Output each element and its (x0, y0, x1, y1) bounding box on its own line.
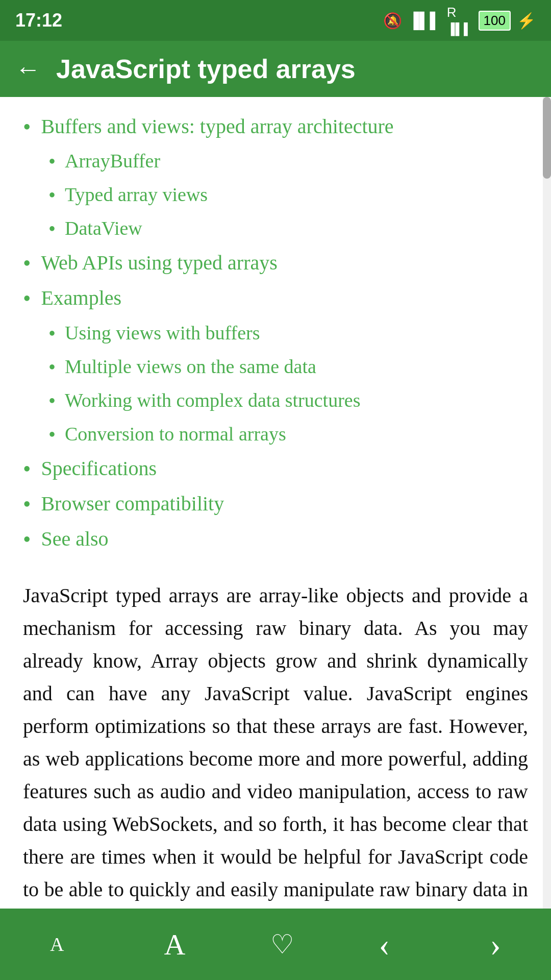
toc-subitem-using-views: Using views with buffers (48, 320, 528, 348)
toc-link-conversion[interactable]: Conversion to normal arrays (65, 421, 286, 448)
table-of-contents: Buffers and views: typed array architect… (23, 112, 528, 554)
toc-sub-buffers: ArrayBuffer Typed array views DataView (48, 148, 528, 243)
toc-item-browser-compat: Browser compatibility (23, 489, 528, 519)
toc-subitem-arraybuffer: ArrayBuffer (48, 148, 528, 176)
toc-link-arraybuffer[interactable]: ArrayBuffer (65, 148, 160, 175)
toc-link-see-also[interactable]: See also (41, 525, 108, 553)
toc-item-examples: Examples (23, 284, 528, 313)
page-title: JavaScript typed arrays (56, 54, 356, 84)
favorite-button[interactable]: ♡ (270, 929, 294, 960)
prev-button[interactable]: ‹ (364, 920, 406, 969)
toc-subitem-typed-array-views: Typed array views (48, 181, 528, 210)
toc-item-webapis: Web APIs using typed arrays (23, 249, 528, 278)
toc-link-using-views[interactable]: Using views with buffers (65, 320, 260, 347)
scrollbar-thumb[interactable] (543, 97, 551, 179)
mute-icon: 🔕 (383, 12, 402, 30)
toc-subitem-conversion: Conversion to normal arrays (48, 421, 528, 449)
status-bar: 17:12 🔕 ▐▌▌ R▐▌▌ 100 ⚡ (0, 0, 551, 41)
main-content: Buffers and views: typed array architect… (0, 97, 551, 909)
signal-icon-2: R▐▌▌ (447, 5, 472, 36)
status-time: 17:12 (15, 10, 62, 31)
toc-item-specs: Specifications (23, 454, 528, 483)
battery-icon: 100 (479, 11, 511, 31)
toc-link-typed-array-views[interactable]: Typed array views (65, 181, 208, 208)
toc-subitem-multiple-views: Multiple views on the same data (48, 353, 528, 382)
toc-link-multiple-views[interactable]: Multiple views on the same data (65, 353, 316, 380)
toolbar: ← JavaScript typed arrays (0, 41, 551, 97)
small-font-button[interactable]: A (35, 928, 79, 961)
large-font-button[interactable]: A (149, 922, 201, 967)
toc-item-see-also: See also (23, 525, 528, 554)
status-icons: 🔕 ▐▌▌ R▐▌▌ 100 ⚡ (383, 5, 536, 36)
toc-link-webapis[interactable]: Web APIs using typed arrays (41, 249, 277, 277)
body-paragraph-1: JavaScript typed arrays are array-like o… (23, 579, 528, 909)
toc-link-buffers[interactable]: Buffers and views: typed array architect… (41, 112, 393, 141)
next-button[interactable]: › (474, 920, 516, 969)
charging-icon: ⚡ (517, 12, 536, 30)
scrollbar-track (543, 97, 551, 980)
bottom-nav: A A ♡ ‹ › (0, 909, 551, 980)
toc-subitem-complex-data: Working with complex data structures (48, 387, 528, 415)
toc-link-dataview[interactable]: DataView (65, 215, 142, 242)
toc-subitem-dataview: DataView (48, 215, 528, 243)
toc-link-complex-data[interactable]: Working with complex data structures (65, 387, 360, 414)
toc-link-browser-compat[interactable]: Browser compatibility (41, 489, 224, 518)
toc-link-specs[interactable]: Specifications (41, 454, 157, 483)
back-button[interactable]: ← (15, 56, 41, 82)
signal-icon-1: ▐▌▌ (408, 12, 441, 29)
toc-sub-examples: Using views with buffers Multiple views … (48, 320, 528, 449)
toc-link-examples[interactable]: Examples (41, 284, 121, 312)
toc-item-buffers: Buffers and views: typed array architect… (23, 112, 528, 141)
